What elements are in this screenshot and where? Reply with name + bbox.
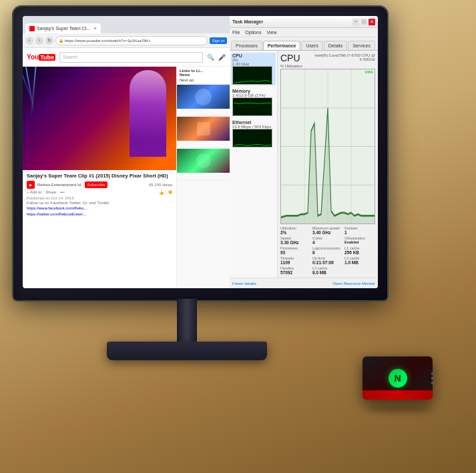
stat-sockets: Sockets 1 [344,226,375,235]
subscribe-button[interactable]: Subscribe [85,181,108,188]
thumbnail-image-1 [177,85,230,109]
tab-title: Sanjay's Super Team Cl... [37,26,90,31]
thumbnail-title-3 [177,173,230,174]
ethernet-mini-graph [232,129,272,147]
microphone-icon[interactable]: 🎤 [218,54,226,61]
cpu-model-name: Intel(R) Core(TM) i7-6700 CPU @ 3.40GHz [300,53,375,61]
like-icon[interactable]: 👍 [159,190,164,195]
menu-view[interactable]: View [266,30,276,35]
task-manager-title: Task Manager [232,19,263,24]
stat-l1-cache: L1 cache 256 KB [344,246,375,255]
resource-cpu[interactable]: CPU 2% 1.30 GHz [231,53,276,85]
view-count: 65,150 views [149,183,172,187]
stat-processes: Processes 93 [280,246,311,255]
ethernet-resource-name: Ethernet [232,120,274,125]
minimize-button[interactable]: − [352,19,359,25]
memory-resource-name: Memory [232,89,274,93]
device-body: N [363,356,433,400]
maximize-button[interactable]: □ [361,19,367,25]
video-actions: + Add to Share ••• 👍 👎 [27,190,172,195]
tab-close-icon[interactable]: × [93,25,97,31]
menu-options[interactable]: Options [245,30,261,35]
youtube-sidebar: Links to Li... News Next up: [176,67,230,288]
port-3 [431,382,435,384]
sidebar-heading: Links to Li... News Next up: [177,67,230,85]
task-manager-title-bar: Task Manager − □ ✕ [230,16,378,28]
browser-address-bar: ‹ › ↻ 🔒 https://www.youtube.com/watch?v=… [23,33,230,48]
sign-in-button[interactable]: Sign in [210,37,227,44]
window-controls: − □ ✕ [352,19,375,25]
monitor: Sanjay's Super Team Cl... × ‹ › ↻ 🔒 http… [13,7,401,360]
more-button[interactable]: ••• [60,190,64,195]
stat-virtualization: Virtualization Enabled [344,236,375,245]
search-icon[interactable]: 🔍 [207,54,214,61]
youtube-logo: YouTube [27,53,55,61]
tab-performance[interactable]: Performance [263,41,301,50]
stat-l2-cache: L2 cache 1.0 MB [344,256,375,265]
stat-speed: Speed 3.30 GHz [280,236,311,245]
share-button[interactable]: Share [45,190,56,195]
search-placeholder: Search [63,55,77,59]
sidebar-thumbnail-3[interactable] [177,149,230,181]
logical-value: 8 [312,250,343,255]
svg-marker-6 [281,108,375,223]
refresh-button[interactable]: ↻ [45,37,53,45]
forward-button[interactable]: › [35,37,43,45]
uptime-value: 0:21:07:06 [312,260,343,265]
video-title: Sanjay's Super Team Clip #1 (2015) Disne… [27,173,172,179]
task-manager-footer: Fewer details Open Resource Monitor [230,278,378,288]
utilization-value: 2% [280,230,311,235]
task-manager-body: CPU 2% 1.30 GHz [230,51,378,278]
task-manager-menu-bar: File Options View [230,28,378,37]
stat-logical: Logical processors 8 [312,246,343,255]
address-input[interactable]: 🔒 https://www.youtube.com/watch?v=1p1Kua… [55,36,208,45]
speed-value: 3.30 GHz [280,240,311,245]
channel-row: ▶ Reboot Entertainment Id. Subscribe 65,… [27,181,172,189]
thumbnail-title-1 [177,109,230,110]
stat-uptime: Up time 0:21:07:06 [312,256,343,265]
fewer-details-link[interactable]: Fewer details [232,282,256,286]
threads-value: 1109 [280,260,311,265]
thumbnail-image-2 [177,117,230,141]
close-button[interactable]: ✕ [369,19,375,25]
cpu-mini-graph [232,66,272,85]
stat-max-speed: Maximum speed: 3.40 GHz [312,226,343,235]
device-red-accent [363,390,433,400]
device-ports [431,372,435,384]
resource-ethernet[interactable]: Ethernet 13.9 Mbps / 504 Kbps [232,120,274,147]
tab-details[interactable]: Details [324,41,347,50]
cpu-header: CPU Intel(R) Core(TM) i7-6700 CPU @ 3.40… [280,53,375,63]
video-info: Sanjay's Super Team Clip #1 (2015) Disne… [23,170,176,219]
monitor-stand-neck [177,299,197,346]
virt-value: Enabled [344,240,375,244]
menu-file[interactable]: File [232,30,240,35]
stat-cores: Cores 4 [312,236,343,245]
tab-favicon [29,26,35,31]
youtube-search-input[interactable]: Search [59,52,203,63]
video-player[interactable] [23,67,176,170]
resource-memory[interactable]: Memory 2.4/13.9 GB (17%) [232,89,274,116]
back-button[interactable]: ‹ [25,37,33,45]
dislike-icon[interactable]: 👎 [168,190,172,195]
handles-value: 57092 [280,270,311,275]
sockets-value: 1 [344,230,375,235]
task-manager-tabs: Processes Performance Users Details Serv… [230,37,378,51]
tab-services[interactable]: Services [348,41,375,50]
sidebar-thumbnail-2[interactable] [177,117,230,149]
max-speed-value: 3.40 GHz [312,230,343,235]
monitor-screen: Sanjay's Super Team Cl... × ‹ › ↻ 🔒 http… [23,16,378,288]
add-to-button[interactable]: + Add to [27,190,41,195]
browser-tab-bar: Sanjay's Super Team Cl... × [23,16,230,33]
sidebar-thumbnail-1[interactable] [177,85,230,117]
stat-utilization: Utilization 2% [280,226,311,235]
browser-tab-active[interactable]: Sanjay's Super Team Cl... × [25,23,101,33]
cpu-statistics-grid: Utilization 2% Maximum speed: 3.40 GHz S… [280,226,375,275]
tab-users[interactable]: Users [301,41,322,50]
graph-max-label: 100% [365,70,373,74]
video-description-1: Follow us on Facebook Twitter, Gr. and T… [27,200,172,205]
cpu-utilization-label: % Utilization [280,64,375,68]
thumbnail-title-2 [177,141,230,142]
tab-processes[interactable]: Processes [231,41,262,50]
processes-value: 93 [280,250,311,255]
open-resource-monitor-link[interactable]: Open Resource Monitor [332,282,375,286]
